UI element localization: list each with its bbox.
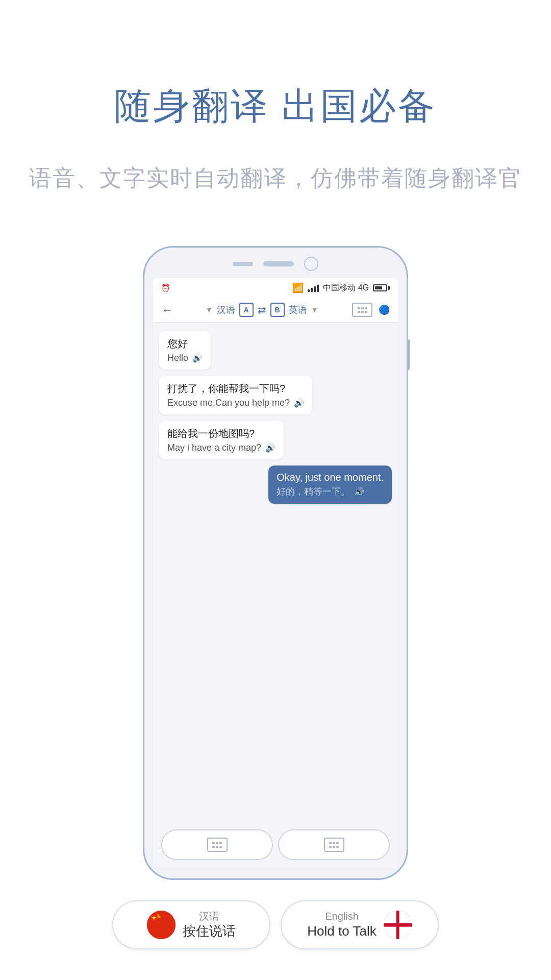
cn-button-text: 汉语 按住说话: [183, 910, 236, 940]
keyboard-icon[interactable]: [352, 303, 372, 317]
app-header: ← ▼ 汉语 A ⇄ B 英语 ▼: [153, 298, 398, 323]
sound-icon-1[interactable]: 🔊: [192, 353, 203, 363]
message-1: 您好 Hello 🔊: [159, 331, 211, 370]
sound-icon-3[interactable]: 🔊: [265, 443, 276, 453]
en-action-label: Hold to Talk: [307, 923, 376, 940]
signal-bars: [308, 284, 319, 292]
phone-bottom-controls: [153, 823, 398, 868]
phone-top-bar: [144, 248, 407, 278]
signal-bar-4: [317, 285, 319, 292]
bluetooth-icon[interactable]: 🔵: [379, 304, 390, 315]
msg-1-english: Hello 🔊: [167, 353, 203, 363]
status-bar: ⏰ 📶 中国移动 4G: [153, 278, 398, 298]
bottom-section: 汉语 按住说话 English Hold to Talk: [0, 880, 551, 980]
en-button-text: English Hold to Talk: [307, 910, 376, 940]
sound-icon-4[interactable]: 🔊: [354, 487, 364, 497]
msg-3-chinese: 能给我一份地图吗?: [167, 427, 276, 440]
source-badge: A: [239, 303, 254, 317]
cn-talk-button[interactable]: [161, 829, 273, 860]
en-lang-label: English: [325, 910, 359, 923]
cn-lang-label: 汉语: [199, 910, 219, 923]
message-3: 能给我一份地图吗? May i have a city map? 🔊: [159, 421, 284, 459]
wifi-icon: 📶: [292, 282, 304, 293]
en-bottom-button[interactable]: English Hold to Talk: [281, 900, 439, 949]
msg-2-chinese: 打扰了，你能帮我一下吗?: [167, 382, 304, 396]
sound-icon-2[interactable]: 🔊: [294, 398, 304, 408]
msg-1-chinese: 您好: [167, 337, 203, 351]
phone-screen: ⏰ 📶 中国移动 4G: [153, 278, 398, 868]
signal-bar-1: [308, 289, 310, 292]
cn-flag: [147, 911, 176, 939]
msg-4-chinese: 好的，稍等一下。 🔊: [277, 485, 384, 498]
bottom-talk-row: 汉语 按住说话 English Hold to Talk: [112, 900, 439, 949]
hero-title: 随身翻译 出国必备: [114, 82, 437, 131]
msg-3-english: May i have a city map? 🔊: [167, 443, 276, 453]
target-badge: B: [270, 303, 285, 317]
chat-area: 您好 Hello 🔊 打扰了，你能帮我一下吗? Excuse me,Can yo…: [153, 323, 398, 823]
carrier-text: 中国移动 4G: [323, 283, 369, 293]
keyboard-icon-left: [207, 838, 228, 852]
cn-bottom-button[interactable]: 汉语 按住说话: [112, 900, 270, 949]
msg-2-english: Excuse me,Can you help me? 🔊: [167, 398, 304, 408]
source-lang[interactable]: 汉语: [217, 304, 235, 316]
header-right-icons: 🔵: [350, 303, 390, 317]
message-4: Okay, just one moment. 好的，稍等一下。 🔊: [268, 465, 392, 504]
lang-selector: ▼ 汉语 A ⇄ B 英语 ▼: [206, 303, 318, 317]
signal-bar-2: [311, 288, 313, 292]
phone-speaker: [263, 261, 294, 266]
cn-action-label: 按住说话: [183, 923, 236, 940]
phone-outer: ⏰ 📶 中国移动 4G: [143, 246, 408, 880]
phone-camera: [304, 257, 318, 271]
battery-icon: [373, 284, 390, 291]
keyboard-icon-right: [324, 838, 344, 852]
target-lang[interactable]: 英语: [289, 304, 307, 316]
back-button[interactable]: ←: [161, 303, 173, 317]
message-2: 打扰了，你能帮我一下吗? Excuse me,Can you help me? …: [159, 376, 312, 414]
signal-bar-3: [314, 286, 316, 292]
phone-sensor: [233, 262, 253, 266]
en-talk-button[interactable]: [278, 829, 390, 860]
phone-side-button: [407, 339, 410, 370]
hero-section: 随身翻译 出国必备 语音、文字实时自动翻译，仿佛带着随身翻译官: [0, 0, 551, 226]
uk-flag: [384, 911, 412, 939]
lang-switch-icon[interactable]: ⇄: [258, 304, 266, 316]
hero-subtitle: 语音、文字实时自动翻译，仿佛带着随身翻译官: [29, 161, 522, 195]
page-container: 随身翻译 出国必备 语音、文字实时自动翻译，仿佛带着随身翻译官 ⏰ 📶: [0, 0, 551, 980]
svg-rect-0: [147, 911, 176, 939]
msg-4-english: Okay, just one moment.: [277, 472, 384, 483]
phone-wrapper: ⏰ 📶 中国移动 4G: [0, 226, 551, 880]
